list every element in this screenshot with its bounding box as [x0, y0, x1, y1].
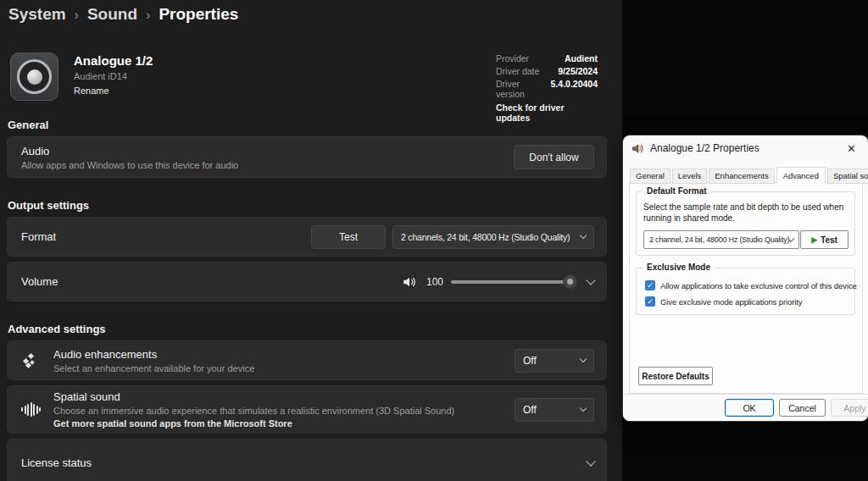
- cancel-button[interactable]: Cancel: [779, 399, 826, 417]
- driver-info: Provider Audient Driver date 9/25/2024 D…: [496, 53, 598, 123]
- tab-spatial-sound[interactable]: Spatial sound: [827, 169, 868, 184]
- default-format-group: Default Format Select the sample rate an…: [636, 191, 855, 256]
- dialog-test-button[interactable]: ▶ Test: [800, 230, 849, 249]
- audio-enhancements-card: Audio enhancements Select an enhancement…: [7, 340, 607, 380]
- volume-label: Volume: [21, 275, 402, 288]
- default-format-description: Select the sample rate and bit depth to …: [643, 202, 848, 224]
- driver-provider-row: Provider Audient: [496, 53, 598, 64]
- spatial-sound-card: Spatial sound Choose an immersive audio …: [7, 385, 607, 434]
- driver-version-value: 5.4.0.20404: [551, 79, 598, 99]
- enhancements-select[interactable]: Off: [515, 349, 594, 373]
- enhancements-title: Audio enhancements: [53, 348, 515, 361]
- driver-date-label: Driver date: [496, 66, 539, 76]
- dialog-title: Analogue 1/2 Properties: [650, 142, 760, 154]
- driver-version-label: Driver version: [496, 79, 551, 99]
- format-label: Format: [21, 230, 311, 243]
- dialog-test-label: Test: [821, 235, 837, 245]
- device-header: Analogue 1/2 Audient iD14 Rename: [10, 53, 153, 101]
- breadcrumb-separator-icon: ›: [146, 7, 150, 23]
- spatial-select[interactable]: Off: [515, 398, 594, 422]
- breadcrumb-system[interactable]: System: [8, 5, 66, 24]
- exclusive-mode-caption: Exclusive Mode: [643, 263, 714, 272]
- audio-allow-card: Audio Allow apps and Windows to use this…: [7, 136, 607, 178]
- ok-button[interactable]: OK: [725, 399, 774, 417]
- exclusive-priority-option[interactable]: ✓ Give exclusive mode applications prior…: [645, 296, 854, 307]
- apply-button: Apply: [831, 399, 868, 417]
- volume-slider-thumb[interactable]: [563, 274, 577, 289]
- section-advanced-heading: Advanced settings: [8, 323, 106, 335]
- dont-allow-button[interactable]: Don't allow: [514, 145, 594, 169]
- format-select-value: 2 channels, 24 bit, 48000 Hz (Studio Qua…: [401, 232, 570, 242]
- driver-version-row: Driver version 5.4.0.20404: [496, 79, 598, 99]
- settings-window: System › Sound › Properties Analogue 1/2…: [0, 0, 622, 481]
- audio-row-title: Audio: [21, 145, 514, 158]
- dialog-titlebar[interactable]: Analogue 1/2 Properties ✕: [623, 135, 868, 161]
- license-status-row[interactable]: License status: [7, 439, 607, 481]
- dialog-footer: OK Cancel Apply: [623, 394, 868, 421]
- volume-speaker-icon: [402, 274, 417, 290]
- speaker-device-icon: [10, 53, 58, 101]
- page-title: Properties: [159, 5, 238, 24]
- check-driver-updates-link[interactable]: Check for driver updates: [496, 102, 598, 123]
- driver-date-row: Driver date 9/25/2024: [496, 66, 598, 76]
- format-card: Format Test 2 channels, 24 bit, 48000 Hz…: [7, 217, 607, 257]
- device-model: Audient iD14: [74, 71, 153, 81]
- tab-advanced[interactable]: Advanced: [776, 167, 826, 185]
- properties-dialog: Analogue 1/2 Properties ✕ General Levels…: [623, 135, 868, 421]
- spatial-title: Spatial sound: [53, 390, 515, 403]
- spatial-store-link[interactable]: Get more spatial sound apps from the Mic…: [53, 418, 515, 428]
- checkbox-checked-icon[interactable]: ✓: [645, 280, 655, 290]
- spatial-waveform-icon: [21, 402, 41, 417]
- audio-row-subtitle: Allow apps and Windows to use this devic…: [21, 160, 514, 170]
- chevron-down-icon: [580, 356, 587, 362]
- play-icon: ▶: [811, 236, 817, 244]
- tab-general[interactable]: General: [630, 169, 670, 184]
- volume-slider[interactable]: [451, 274, 576, 290]
- exclusive-control-option[interactable]: ✓ Allow applications to take exclusive c…: [645, 280, 854, 290]
- dialog-tab-strip: General Levels Enhancements Advanced Spa…: [630, 167, 868, 184]
- exclusive-mode-group: Exclusive Mode ✓ Allow applications to t…: [636, 268, 855, 315]
- volume-slider-track[interactable]: [451, 280, 576, 284]
- exclusive-priority-label: Give exclusive mode applications priorit…: [660, 297, 803, 307]
- sample-rate-value: 2 channel, 24 bit, 48000 Hz (Studio Qual…: [649, 235, 789, 244]
- format-select[interactable]: 2 channels, 24 bit, 48000 Hz (Studio Qua…: [392, 225, 594, 249]
- sample-rate-combobox[interactable]: 2 channel, 24 bit, 48000 Hz (Studio Qual…: [643, 230, 799, 249]
- volume-value: 100: [425, 276, 443, 288]
- enhancements-subtitle: Select an enhancement available for your…: [53, 363, 515, 373]
- tab-levels[interactable]: Levels: [672, 169, 707, 184]
- section-output-heading: Output settings: [8, 199, 89, 212]
- driver-provider-label: Provider: [496, 53, 529, 64]
- spatial-select-value: Off: [523, 404, 537, 416]
- device-name: Analogue 1/2: [74, 53, 153, 68]
- volume-expand-chevron-icon[interactable]: [586, 275, 595, 285]
- dialog-speaker-icon: [632, 142, 644, 155]
- test-sound-button[interactable]: Test: [311, 225, 386, 249]
- exclusive-control-label: Allow applications to take exclusive con…: [660, 281, 857, 290]
- tab-enhancements[interactable]: Enhancements: [709, 169, 774, 184]
- license-status-label: License status: [21, 456, 587, 469]
- spatial-subtitle: Choose an immersive audio experience tha…: [53, 406, 515, 416]
- license-expand-chevron-icon[interactable]: [586, 456, 595, 466]
- volume-card: Volume 100: [7, 262, 607, 301]
- rename-link[interactable]: Rename: [74, 86, 153, 96]
- breadcrumb-separator-icon: ›: [75, 7, 79, 23]
- enhancements-sparkle-icon: [21, 353, 36, 368]
- close-icon[interactable]: ✕: [843, 141, 860, 156]
- breadcrumb: System › Sound › Properties: [8, 5, 238, 24]
- driver-provider-value: Audient: [565, 53, 598, 64]
- chevron-down-icon: [580, 232, 587, 239]
- driver-date-value: 9/25/2024: [558, 66, 598, 76]
- checkbox-checked-icon[interactable]: ✓: [645, 296, 655, 307]
- breadcrumb-sound[interactable]: Sound: [87, 5, 137, 24]
- advanced-tab-panel: Default Format Select the sample rate an…: [629, 182, 863, 394]
- default-format-caption: Default Format: [643, 186, 710, 196]
- chevron-down-icon: [580, 405, 587, 412]
- section-general-heading: General: [8, 119, 48, 131]
- enhancements-select-value: Off: [523, 355, 537, 367]
- restore-defaults-button[interactable]: Restore Defaults: [638, 367, 713, 385]
